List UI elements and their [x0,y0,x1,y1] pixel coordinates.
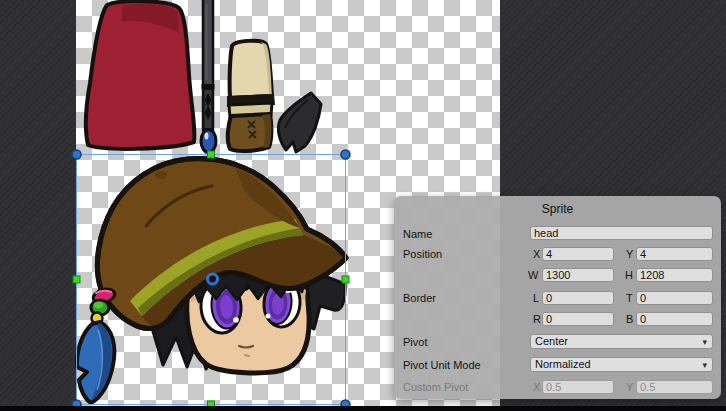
window-bottom-edge [0,406,726,411]
position-label: Position [403,247,442,261]
border-b-input[interactable] [636,312,713,326]
selection-handle-top-mid[interactable] [208,151,215,158]
border-label: Border [403,291,436,305]
border-l-label: L [533,291,539,306]
custom-pivot-x-label: X [533,380,540,395]
custom-pivot-label: Custom Pivot [403,380,468,394]
chevron-down-icon: ▾ [702,336,707,349]
position-y-label: Y [626,247,633,262]
head-sprite[interactable] [77,159,346,403]
pivot-dropdown[interactable]: Center ▾ [530,334,713,349]
custom-pivot-x-input [542,380,614,394]
custom-pivot-y-input [636,380,713,394]
border-r-label: R [533,312,541,327]
blue-feather [77,322,114,403]
border-t-label: T [626,291,633,306]
position-y-input[interactable] [636,247,713,261]
sprite-panel: Sprite Name Position X Y W H Border L T … [394,196,721,399]
position-w-input[interactable] [542,268,614,282]
pivot-unit-mode-dropdown[interactable]: Normalized ▾ [530,357,713,372]
feather-sprite[interactable] [278,93,321,152]
custom-pivot-y-label: Y [626,380,633,395]
name-label: Name [403,227,432,241]
border-r-input[interactable] [542,312,614,326]
position-x-input[interactable] [542,247,614,261]
red-hat-sprite[interactable] [86,1,195,149]
selection-handle-top-left[interactable] [72,150,81,159]
selection-handle-right-mid[interactable] [342,276,349,283]
pivot-unit-mode-label: Pivot Unit Mode [403,358,481,372]
boot-sprite[interactable] [227,41,275,151]
border-t-input[interactable] [636,291,713,305]
chevron-down-icon: ▾ [702,359,707,372]
staff-sprite[interactable] [201,0,216,153]
position-h-label: H [625,268,633,283]
border-b-label: B [626,312,633,327]
pivot-unit-mode-dropdown-value: Normalized [535,358,591,370]
name-input[interactable] [530,226,713,240]
panel-title: Sprite [394,202,721,216]
border-l-input[interactable] [542,291,614,305]
selection-handle-left-mid[interactable] [73,276,80,283]
selection-handle-top-right[interactable] [341,150,350,159]
position-h-input[interactable] [636,268,713,282]
pivot-dropdown-value: Center [535,335,568,347]
pivot-label: Pivot [403,335,427,349]
position-w-label: W [528,268,538,283]
position-x-label: X [533,247,540,262]
sprite-editor-window: Sprite Name Position X Y W H Border L T … [0,0,726,411]
